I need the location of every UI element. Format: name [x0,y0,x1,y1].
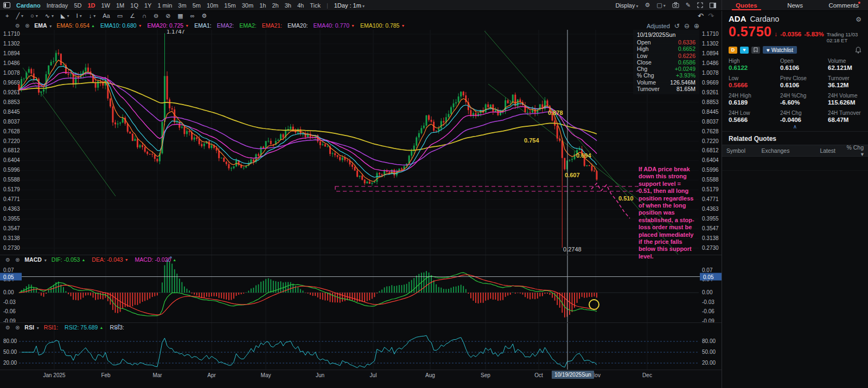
timeframe-1min[interactable]: 1 min [157,2,172,9]
timeframe-1Q[interactable]: 1Q [130,2,138,9]
undo-icon[interactable]: ↶ [698,12,704,20]
rsi-expand-icon[interactable] [114,324,120,329]
svg-text:0.7220: 0.7220 [3,138,20,144]
shape-tool-icon[interactable]: ○▾ [30,12,38,19]
macd-item-1[interactable]: DEA:-0.043▼ [92,256,128,263]
move-tool-icon[interactable]: + [5,12,9,19]
collapse-stats-icon[interactable]: ∧ [722,124,868,131]
ema-item-0[interactable]: EMA5:0.654▲ [56,22,95,29]
related-col-latest[interactable]: Latest [808,147,840,154]
timeframe-3h[interactable]: 3h [285,2,291,9]
right-panel-icon[interactable] [710,3,716,8]
macd-settings-icon[interactable]: ⚙ [5,257,10,263]
ema-label[interactable]: EMA ▾ [34,22,52,29]
tab-quotes[interactable]: Quotes [722,0,771,10]
timeframe-Intraday[interactable]: Intraday [47,2,68,9]
macd-expand-icon[interactable] [167,256,172,262]
down-arrow-icon: ▼ [125,258,129,262]
timeframe-5m[interactable]: 5m [193,2,201,9]
timeframe-5D[interactable]: 5D [74,2,81,9]
compare-tool-icon[interactable]: ∞ [190,12,195,19]
watchlist-button[interactable]: ♥Watchlist [763,46,797,54]
arrow-tool-icon[interactable]: ↓▾ [89,12,96,19]
timeframe-3m[interactable]: 3m [178,2,186,9]
comment-tool-icon[interactable]: ▭ [117,12,123,20]
rsi-label[interactable]: RSI ▾ [24,324,39,331]
timeframe-1D[interactable]: 1D [87,2,95,9]
timeframe-1Y[interactable]: 1Y [144,2,151,9]
symbol-tab[interactable]: Cardano [16,2,41,9]
main-price-chart[interactable]: 1.17101.17101.13021.13021.08941.08941.04… [0,30,722,255]
timeframe-2h[interactable]: 2h [272,2,278,9]
ema-settings-icon[interactable]: ⚙ [15,23,20,29]
timeframe-10m[interactable]: 10m [207,2,218,9]
angle-tool-icon[interactable]: ∠ [130,12,135,20]
month-label-dec: Dec [642,372,652,378]
ema-item-2[interactable]: EMA20:0.725▼ [148,22,189,29]
macd-panel[interactable]: 0.070.070.040.040.000.00-0.03-0.03-0.06-… [0,255,722,322]
macd-close-icon[interactable]: ⊗ [15,257,20,263]
ema-item-9[interactable]: EMA100:0.785▼ [360,22,405,29]
ema-item-7[interactable]: EMA20: [288,22,308,29]
related-col-exchanges[interactable]: Exchanges [757,147,809,154]
tab-news[interactable]: News [771,0,820,10]
related-col--chg[interactable]: % Chg ▾ [840,144,868,157]
timeframe-4h[interactable]: 4h [297,2,304,9]
chart-settings-icon[interactable]: ⚙ [644,2,650,9]
zoom-in-icon[interactable]: ⊕ [694,22,699,30]
bookmark-icon[interactable] [751,47,760,54]
macd-item-0[interactable]: DIF:-0.053▲ [52,256,86,263]
timeframe-1M[interactable]: 1M [116,2,124,9]
tab-comments[interactable]: Comments [819,0,868,10]
badge-heart-icon[interactable]: ♥ [740,47,749,54]
period-selector[interactable]: 1Day : 1m▾ [334,2,365,9]
ema-item-8[interactable]: EMA40:0.770▼ [313,22,355,29]
stat-prev-close: Prev Close0.6106 [780,75,828,89]
rsi-item-1[interactable]: RSI2:75.689▲ [65,324,103,331]
ema-item-4[interactable]: EMA2: [217,22,234,29]
text-tool-icon[interactable]: Aa [103,12,110,19]
fullscreen-icon[interactable] [697,2,703,8]
hide-drawings-tool-icon[interactable]: ⊘ [165,12,170,20]
ema-item-3[interactable]: EMA1: [194,22,212,29]
reset-zoom-icon[interactable]: ↺ [674,22,680,30]
ema-close-icon[interactable]: ⊗ [25,23,29,29]
rsi-close-icon[interactable]: ⊗ [15,325,20,331]
window-panel-icon[interactable] [3,2,10,8]
toolbar-separator: | [327,2,328,9]
price-down-arrow-icon: ↓ [774,31,777,37]
ema-item-5[interactable]: EMA2: [239,22,257,29]
order-tool-icon[interactable]: ⊖ [154,12,158,20]
time-axis[interactable]: Jan 2025FebMarAprMayJunJulAugSepOctNovDe… [0,370,722,380]
quote-settings-icon[interactable]: ⚙ [856,16,861,23]
measure-tool-icon[interactable]: Ⅰ▾ [76,12,81,20]
drawing-settings-icon[interactable]: ⚙ [202,12,207,20]
fan-tool-icon[interactable]: ◣▾ [61,12,69,20]
rsi-item-0[interactable]: RSI1: [44,324,58,331]
macd-label[interactable]: MACD ▾ [24,256,46,263]
magnet-tool-icon[interactable]: ∩ [142,12,146,19]
badge-d-icon[interactable]: D [729,47,737,54]
pencil-icon[interactable]: ✎ [686,2,691,9]
chart-annotation-note[interactable]: If ADA price break down this strong supp… [639,166,695,260]
ema-item-1[interactable]: EMA10:0.680▼ [100,22,142,29]
layout-icon[interactable]: ▢▾ [656,2,665,9]
timeframe-15m[interactable]: 15m [224,2,235,9]
alert-bell-icon[interactable] [855,47,861,54]
timeframe-30m[interactable]: 30m [242,2,253,9]
trendline-tool-icon[interactable]: ╱▾ [16,12,23,20]
svg-text:0.2748: 0.2748 [563,246,582,253]
wave-tool-icon[interactable]: ∿▾ [45,12,54,20]
screenshot-icon[interactable] [672,2,679,8]
timeframe-1h[interactable]: 1h [259,2,266,9]
timeframe-Tick[interactable]: Tick [310,2,321,9]
zoom-out-icon[interactable]: ⊖ [684,22,690,30]
rsi-settings-icon[interactable]: ⚙ [5,325,10,331]
display-menu[interactable]: Display▾ [615,2,638,9]
related-col-symbol[interactable]: Symbol [722,147,757,154]
redo-icon[interactable]: ↷ [708,12,714,20]
ema-item-6[interactable]: EMA21: [262,22,282,29]
delete-drawings-tool-icon[interactable]: ▦ [177,12,183,20]
adjusted-toggle[interactable]: Adjusted [647,23,670,29]
timeframe-1W[interactable]: 1W [101,2,111,9]
